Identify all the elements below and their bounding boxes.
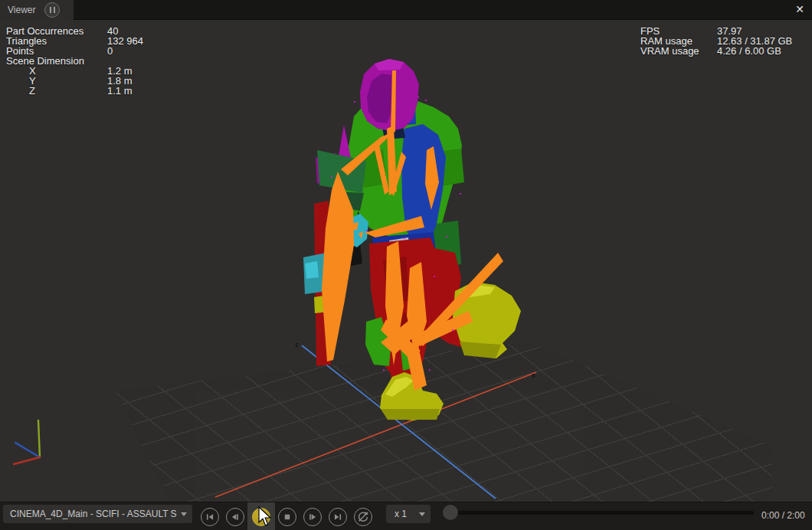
loop-off-icon [355,508,372,526]
tab-viewer[interactable]: Viewer [0,0,74,20]
pause-icon [54,7,56,13]
play-icon [253,508,270,526]
stat-vram-usage: VRAM usage 4.26 / 6.00 GB [640,46,792,56]
next-frame-icon [304,508,321,526]
next-frame-button[interactable] [303,508,322,526]
pause-button[interactable] [44,2,60,18]
pause-icon [50,7,52,13]
close-button[interactable]: ✕ [795,3,804,15]
stop-icon [279,508,296,526]
top-bar: Viewer ✕ [0,0,812,20]
speed-select-value: x 1 [395,509,407,519]
skip-to-start-icon [201,508,218,526]
previous-frame-icon [227,508,244,526]
skip-to-start-button[interactable] [201,508,219,526]
playback-controls [201,502,372,530]
playback-bar: CINEMA_4D_Main - SCIFI - ASSAULT SOLDIER [0,502,812,530]
time-display: 0:00 / 2:00 [761,510,805,521]
scene-stats-panel: Part Occurrences 40 Triangles 132 964 Po… [6,26,143,96]
play-button[interactable] [252,508,270,526]
stat-dimension-z: Z 1.1 m [6,86,143,96]
speed-select[interactable]: x 1 [386,505,431,523]
animation-select-value: CINEMA_4D_Main - SCIFI - ASSAULT SOLDIER [10,509,177,519]
performance-stats-panel: FPS 37.97 RAM usage 12.63 / 31.87 GB VRA… [640,26,792,56]
chevron-down-icon [181,512,187,516]
skip-to-end-button[interactable] [329,508,347,526]
stop-button[interactable] [278,508,296,526]
animation-select[interactable]: CINEMA_4D_Main - SCIFI - ASSAULT SOLDIER [3,505,192,523]
chevron-down-icon [419,512,425,516]
timeline-track[interactable] [451,511,754,515]
tab-title: Viewer [8,5,35,15]
play-button-hover [247,502,275,530]
skip-to-end-icon [329,508,346,526]
previous-frame-button[interactable] [226,508,244,526]
timeline-thumb[interactable] [443,505,458,520]
loop-toggle-button[interactable] [354,508,372,526]
